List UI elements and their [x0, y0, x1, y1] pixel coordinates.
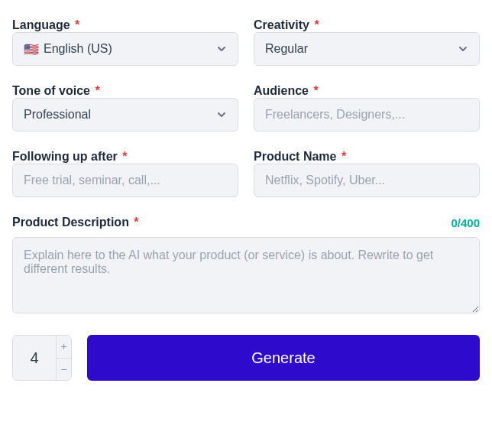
required-mark: * — [95, 84, 99, 97]
followup-label: Following up after * — [12, 150, 238, 164]
audience-label: Audience * — [254, 84, 480, 98]
required-mark: * — [313, 84, 318, 97]
quantity-stepper: 4 + − — [12, 335, 72, 381]
required-mark: * — [341, 150, 346, 163]
creativity-select[interactable]: Regular — [254, 32, 480, 66]
followup-group: Following up after * — [12, 150, 238, 197]
stepper-decrement[interactable]: − — [57, 359, 71, 381]
product-name-label: Product Name * — [254, 150, 480, 164]
stepper-value: 4 — [13, 336, 56, 380]
audience-input[interactable] — [254, 98, 480, 131]
language-value: English (US) — [44, 42, 112, 56]
required-mark: * — [134, 216, 138, 229]
tone-value: Professional — [24, 108, 91, 122]
tone-label: Tone of voice * — [12, 84, 238, 98]
product-name-group: Product Name * — [254, 150, 480, 197]
creativity-group: Creativity * Regular — [254, 18, 480, 66]
stepper-controls: + − — [56, 336, 71, 380]
language-label: Language * — [12, 18, 238, 32]
required-mark: * — [75, 18, 79, 31]
product-description-label: Product Description * — [12, 216, 139, 229]
tone-group: Tone of voice * Professional — [12, 84, 238, 131]
language-group: Language * 🇺🇸 English (US) — [12, 18, 238, 66]
stepper-increment[interactable]: + — [57, 336, 71, 359]
creativity-label: Creativity * — [254, 18, 480, 32]
char-counter: 0/400 — [451, 216, 480, 229]
creativity-value: Regular — [265, 42, 308, 56]
generate-button[interactable]: Generate — [87, 335, 480, 381]
flag-us-icon: 🇺🇸 — [24, 42, 39, 57]
audience-group: Audience * — [254, 84, 480, 131]
followup-input[interactable] — [12, 164, 238, 197]
required-mark: * — [122, 150, 127, 163]
product-description-group: Product Description * 0/400 — [12, 216, 480, 317]
required-mark: * — [314, 18, 319, 31]
language-select[interactable]: 🇺🇸 English (US) — [12, 32, 238, 66]
product-description-textarea[interactable] — [12, 237, 480, 313]
product-name-input[interactable] — [254, 164, 480, 197]
tone-select[interactable]: Professional — [12, 98, 238, 131]
